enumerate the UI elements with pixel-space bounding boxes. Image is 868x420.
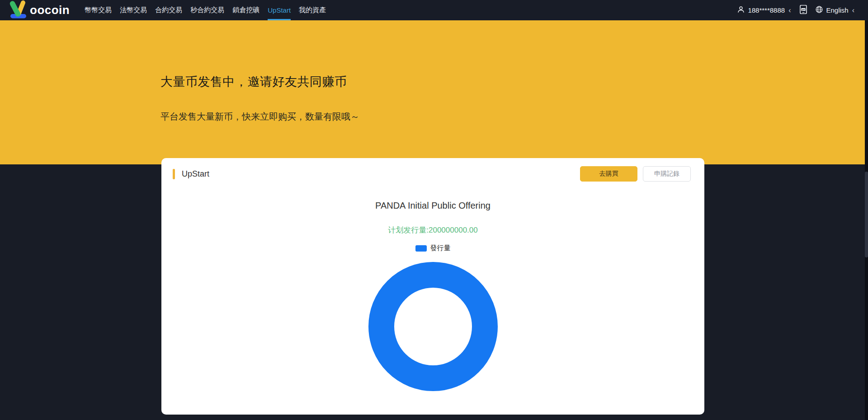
nav-menu: 幣幣交易 法幣交易 合約交易 秒合約交易 鎖倉挖礦 UpStart 我的資產	[80, 0, 330, 20]
donut-chart-issue-ring[interactable]	[368, 262, 498, 391]
language-label: English	[826, 6, 848, 14]
banner-title: 大量币发售中，邀请好友共同赚币	[160, 74, 347, 90]
nav-item-contract-trade[interactable]: 合約交易	[151, 0, 186, 20]
logo-text: oocoin	[30, 3, 70, 17]
promo-banner: 大量币发售中，邀请好友共同赚币 平台发售大量新币，快来立即购买，数量有限哦～	[0, 20, 868, 164]
upstart-card: UpStart 去購買 申購記錄 PANDA Initial Public Of…	[161, 158, 704, 415]
app-phone-icon: APP	[800, 5, 807, 16]
chart-title: PANDA Initial Public Offering	[161, 201, 704, 211]
planned-issue-amount: 计划发行量:200000000.00	[161, 225, 704, 235]
user-chevron-icon: ‹	[788, 6, 792, 14]
chart-legend[interactable]: 發行量	[161, 244, 704, 252]
logo-v-icon	[8, 0, 29, 21]
svg-text:APP: APP	[802, 9, 806, 10]
purchase-record-button[interactable]: 申購記錄	[643, 166, 691, 182]
language-selector[interactable]: English ‹	[815, 5, 855, 15]
user-icon	[737, 5, 745, 15]
nav-item-upstart[interactable]: UpStart	[264, 0, 295, 20]
nav-item-coin-trade[interactable]: 幣幣交易	[80, 0, 116, 20]
donut-chart-area	[161, 262, 704, 391]
nav-item-my-assets[interactable]: 我的資產	[295, 0, 330, 20]
top-navbar: oocoin 幣幣交易 法幣交易 合約交易 秒合約交易 鎖倉挖礦 UpStart…	[0, 0, 868, 20]
nav-item-second-contract[interactable]: 秒合約交易	[186, 0, 228, 20]
title-accent-bar	[173, 169, 175, 179]
globe-icon	[815, 5, 823, 15]
scrollbar-track[interactable]	[865, 20, 868, 420]
scrollbar-thumb[interactable]	[865, 172, 868, 257]
card-title: UpStart	[182, 169, 209, 179]
legend-marker-issue	[415, 245, 427, 252]
logo[interactable]: oocoin	[8, 0, 70, 21]
banner-subtitle: 平台发售大量新币，快来立即购买，数量有限哦～	[160, 111, 359, 123]
nav-item-fiat-trade[interactable]: 法幣交易	[116, 0, 151, 20]
user-phone: 188****8888	[748, 6, 785, 14]
nav-item-lock-mining[interactable]: 鎖倉挖礦	[228, 0, 264, 20]
card-header: UpStart 去購買 申購記錄	[161, 158, 704, 190]
go-buy-button[interactable]: 去購買	[580, 166, 637, 182]
language-chevron-icon: ‹	[851, 6, 855, 14]
app-download-button[interactable]: APP	[800, 5, 807, 16]
legend-label-issue: 發行量	[430, 244, 451, 252]
header-buttons: 去購買 申購記錄	[580, 166, 691, 182]
user-account-menu[interactable]: 188****8888 ‹	[737, 5, 792, 15]
navbar-right: 188****8888 ‹ APP English	[737, 5, 855, 16]
